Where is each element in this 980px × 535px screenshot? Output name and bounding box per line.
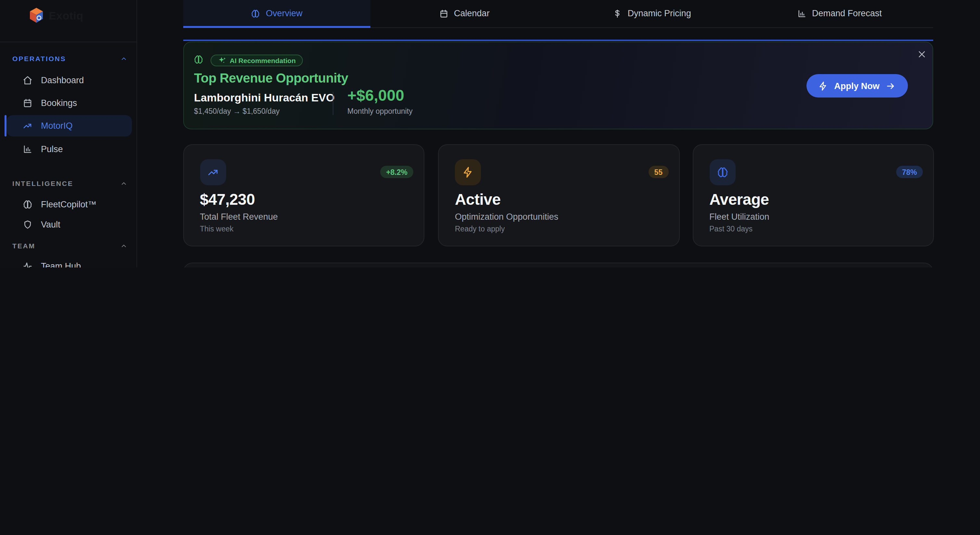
- stat-label: Total Fleet Revenue: [200, 212, 278, 222]
- section-header-intelligence[interactable]: INTELLIGENCE: [12, 180, 127, 187]
- sidebar-item-fleetcopilot-[interactable]: FleetCopilot™: [6, 194, 132, 215]
- sidebar-item-label: Vault: [41, 220, 60, 229]
- chevron-up-icon: [120, 180, 127, 187]
- sidebar-item-dashboard[interactable]: Dashboard: [6, 70, 132, 90]
- chevron-up-icon: [120, 55, 127, 62]
- tab-label: Demand Forecast: [812, 9, 882, 19]
- brain-icon: [710, 159, 735, 185]
- sidebar-item-label: Team Hub: [41, 261, 81, 268]
- tab-calendar[interactable]: Calendar: [371, 0, 558, 27]
- lightning-icon: [455, 159, 481, 185]
- shield-icon: [23, 220, 32, 229]
- tab-label: Calendar: [454, 9, 490, 19]
- home-icon: [23, 75, 32, 85]
- close-icon[interactable]: [916, 49, 926, 59]
- price-utilization-card: Price vs. Utilization Click any point to…: [183, 263, 933, 268]
- sidebar-item-vault[interactable]: Vault: [6, 214, 132, 235]
- vehicle-name: Lamborghini Huracán EVO: [194, 92, 335, 105]
- arrow-right-icon: [886, 81, 896, 91]
- sidebar-item-label: Pulse: [41, 144, 63, 154]
- brain-icon: [251, 9, 260, 18]
- sparkle-icon: [217, 56, 226, 65]
- apply-now-button[interactable]: Apply Now: [806, 74, 908, 97]
- ai-recommendation-banner: AI Recommendation Top Revenue Opportunit…: [183, 41, 933, 129]
- banner-title: Top Revenue Opportunity: [194, 71, 348, 86]
- section-header-team[interactable]: TEAM: [12, 242, 127, 250]
- stat-card-2: 78%AverageFleet UtilizationPast 30 days: [692, 144, 934, 246]
- sidebar-divider: [0, 41, 137, 42]
- trending-up-icon: [200, 159, 226, 185]
- chevron-up-icon: [120, 242, 127, 249]
- top-tab-bar: OverviewCalendarDynamic PricingDemand Fo…: [183, 0, 933, 28]
- calendar-icon: [439, 9, 448, 18]
- bar-chart-icon: [797, 9, 806, 18]
- active-item-bar: [5, 115, 6, 136]
- opportunity-amount-label: Monthly opportunity: [347, 107, 413, 115]
- stat-sublabel: Ready to apply: [455, 225, 504, 233]
- lightning-icon: [818, 81, 827, 91]
- stat-badge: 78%: [896, 166, 923, 178]
- sidebar-item-label: FleetCopilot™: [41, 199, 97, 209]
- stat-value: Active: [455, 191, 501, 209]
- tab-label: Overview: [266, 9, 302, 19]
- stat-value: $47,230: [200, 191, 255, 209]
- section-label: INTELLIGENCE: [12, 180, 73, 187]
- stat-sublabel: Past 30 days: [710, 225, 752, 233]
- opportunity-amount: +$6,000: [347, 86, 404, 105]
- tab-dynamic-pricing[interactable]: Dynamic Pricing: [558, 0, 746, 27]
- sidebar-item-motoriq[interactable]: MotorIQ: [6, 115, 132, 136]
- stat-badge: 55: [648, 166, 668, 178]
- tab-label: Dynamic Pricing: [628, 9, 691, 19]
- brain-icon: [193, 55, 203, 64]
- stat-sublabel: This week: [200, 225, 234, 233]
- motoriq-dashboard: Exotiq OPERATIONSDashboardBookingsMotorI…: [0, 0, 980, 268]
- bar-chart-icon: [23, 144, 32, 154]
- section-header-operations[interactable]: OPERATIONS: [12, 55, 127, 62]
- sidebar-item-label: Bookings: [41, 98, 77, 108]
- calendar-icon: [23, 98, 32, 108]
- section-label: OPERATIONS: [12, 55, 66, 62]
- activity-icon: [23, 261, 32, 268]
- brand: Exotiq: [29, 7, 83, 25]
- sidebar-item-pulse[interactable]: Pulse: [6, 139, 132, 159]
- tab-demand-forecast[interactable]: Demand Forecast: [746, 0, 933, 27]
- stat-card-0: +8.2%$47,230Total Fleet RevenueThis week: [183, 144, 424, 246]
- active-tab-underline: [183, 26, 371, 28]
- sidebar-item-label: MotorIQ: [41, 121, 73, 131]
- sidebar-item-bookings[interactable]: Bookings: [6, 92, 132, 113]
- price-change: $1,450/day → $1,650/day: [194, 107, 280, 115]
- stat-value: Average: [710, 191, 769, 209]
- stat-card-1: 55ActiveOptimization OpportunitiesReady …: [438, 144, 679, 246]
- sidebar-item-label: Dashboard: [41, 75, 84, 85]
- trending-up-icon: [23, 121, 32, 131]
- scatter-plot: 0$2500$5000$7500$10000$0%25%50%75%100%: [184, 263, 933, 268]
- stat-label: Fleet Utilization: [710, 212, 770, 222]
- sidebar: Exotiq OPERATIONSDashboardBookingsMotorI…: [0, 0, 137, 268]
- section-label: TEAM: [12, 242, 35, 250]
- dollar-icon: [613, 9, 622, 18]
- blue-accent-line: [183, 39, 933, 41]
- exotiq-logo-icon: [29, 7, 44, 25]
- vertical-divider: [332, 92, 333, 115]
- brain-icon: [23, 199, 32, 209]
- brand-name: Exotiq: [49, 10, 83, 22]
- ai-recommendation-badge: AI Recommendation: [210, 55, 303, 66]
- tab-overview[interactable]: Overview: [183, 0, 371, 27]
- sidebar-item-team-hub[interactable]: Team Hub: [6, 255, 132, 268]
- stat-label: Optimization Opportunities: [455, 212, 558, 222]
- stat-badge: +8.2%: [380, 166, 413, 178]
